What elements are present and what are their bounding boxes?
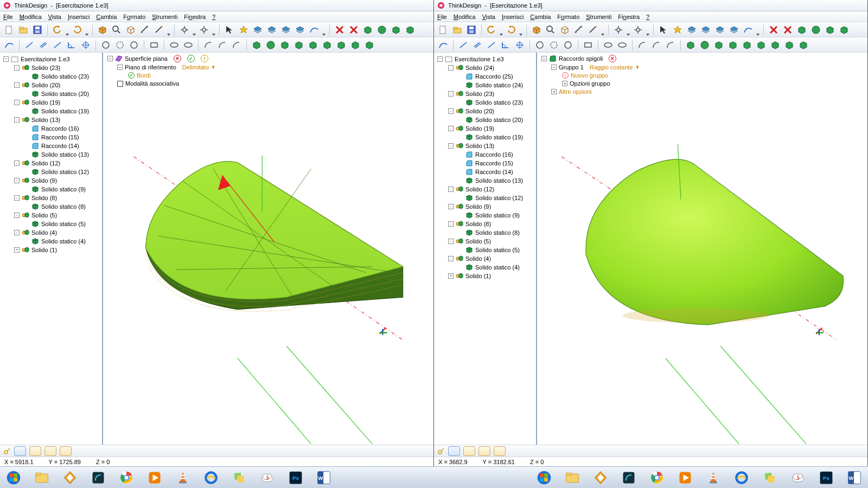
wirebox-button[interactable]	[125, 24, 137, 36]
tree-solid[interactable]: -Solido (24)	[435, 63, 536, 72]
tree-static[interactable]: Solido statico (23)	[435, 98, 536, 107]
menu-strumenti[interactable]: Strumenti	[586, 14, 611, 20]
menu-modifica[interactable]: Modifica	[20, 14, 42, 20]
arc2-button[interactable]	[650, 39, 662, 51]
tree-solid[interactable]: -Solido (8)	[1, 194, 102, 202]
tree-static[interactable]: Solido statico (20)	[435, 115, 536, 124]
curve-btn[interactable]	[308, 24, 320, 36]
bottom-tabs[interactable]	[0, 445, 433, 457]
menu-vista[interactable]: Vista	[48, 14, 61, 20]
view-box-button[interactable]	[97, 24, 108, 36]
tree-solid[interactable]: +Solido (1)	[435, 272, 536, 280]
cross-button[interactable]	[514, 39, 526, 51]
dropdown-icon[interactable]	[601, 34, 604, 36]
tab-1[interactable]	[448, 446, 460, 456]
arc3-button[interactable]	[231, 39, 242, 51]
menu-finestra[interactable]: Finestra	[184, 14, 206, 20]
tree-static[interactable]: Solido statico (19)	[435, 133, 536, 142]
tree-raccordo[interactable]: Raccordo (25)	[435, 72, 536, 81]
rect-button[interactable]	[148, 39, 160, 51]
dropdown-icon[interactable]	[756, 34, 760, 36]
save-button[interactable]	[31, 24, 43, 36]
tree-static[interactable]: Solido statico (20)	[1, 89, 102, 98]
cloud-icon[interactable]: 3	[257, 470, 278, 486]
menu-modifica[interactable]: Modifica	[454, 14, 476, 20]
tree-raccordo[interactable]: Raccordo (14)	[435, 168, 536, 176]
dropdown-icon[interactable]	[627, 34, 630, 36]
gear-button[interactable]	[178, 24, 190, 36]
green2-button[interactable]	[810, 24, 822, 36]
arc-button[interactable]	[636, 39, 648, 51]
model-tree[interactable]: −Esercitazione 1.e3-Solido (23)Solido st…	[0, 53, 103, 445]
tree-raccordo[interactable]: Raccordo (16)	[1, 124, 102, 133]
tab-2[interactable]	[463, 446, 475, 456]
tree-solid[interactable]: -Solido (20)	[1, 81, 102, 89]
view-box-button[interactable]	[531, 24, 542, 36]
gear2-button[interactable]	[632, 24, 644, 36]
rect-button[interactable]	[582, 39, 594, 51]
tree-solid[interactable]: -Solido (23)	[1, 63, 102, 72]
menu-file[interactable]: File	[437, 14, 447, 20]
tree-solid[interactable]: -Solido (23)	[435, 89, 536, 98]
tree-solid[interactable]: -Solido (4)	[435, 254, 536, 263]
circd-button[interactable]	[114, 39, 126, 51]
redo-button[interactable]	[505, 24, 517, 36]
redo-button[interactable]	[71, 24, 83, 36]
tree-static[interactable]: Solido statico (13)	[1, 150, 102, 159]
wirebox-button[interactable]	[559, 24, 571, 36]
curve-btn[interactable]	[742, 24, 754, 36]
tree-solid[interactable]: -Solido (5)	[435, 237, 536, 246]
solid3-button[interactable]	[713, 39, 725, 51]
circd-button[interactable]	[548, 39, 560, 51]
tree-solid[interactable]: -Solido (13)	[435, 142, 536, 150]
menu-inserisci[interactable]: Inserisci	[68, 14, 90, 20]
ang-button[interactable]	[500, 39, 512, 51]
solid-button[interactable]	[685, 39, 697, 51]
assoc-checkbox[interactable]	[117, 81, 123, 87]
arc3-button[interactable]	[665, 39, 676, 51]
dropdown-icon[interactable]	[212, 34, 215, 36]
green3-button[interactable]	[824, 24, 836, 36]
solid2-button[interactable]	[699, 39, 711, 51]
start-button[interactable]	[534, 470, 554, 486]
tree-raccordo[interactable]: Raccordo (15)	[1, 133, 102, 142]
key-icon[interactable]	[3, 447, 11, 455]
zoom-button[interactable]	[545, 24, 557, 36]
menu-formato[interactable]: Formato	[123, 14, 145, 20]
tree-solid[interactable]: -Solido (9)	[1, 176, 102, 185]
tree-solid[interactable]: -Solido (19)	[1, 98, 102, 107]
explorer-icon[interactable]	[562, 470, 583, 486]
viewport-canvas[interactable]	[103, 53, 433, 444]
open-button[interactable]	[451, 24, 463, 36]
tree-static[interactable]: Solido statico (23)	[1, 72, 102, 81]
tree-static[interactable]: Solido statico (12)	[1, 168, 102, 176]
green3-button[interactable]	[390, 24, 402, 36]
viewport[interactable]: − Raccordo spigoli ✕ − Gruppo 1 Raggio c…	[537, 53, 867, 445]
dropdown-icon[interactable]: ▼	[635, 65, 640, 70]
menu-help[interactable]: ?	[212, 14, 215, 20]
expand-icon[interactable]: +	[562, 81, 567, 86]
solid9-button[interactable]	[797, 39, 809, 51]
app-icon[interactable]	[590, 470, 611, 486]
ellipse-button[interactable]	[602, 39, 614, 51]
save-button[interactable]	[465, 24, 477, 36]
tree-solid[interactable]: +Solido (1)	[1, 246, 102, 254]
chrome-icon[interactable]	[647, 470, 667, 486]
collapse-icon[interactable]: −	[107, 56, 113, 61]
tree-solid[interactable]: -Solido (20)	[435, 107, 536, 115]
viewport[interactable]: − Superficie piana ✕ ✓ ! − Piano di rife…	[103, 53, 433, 445]
cursor-button[interactable]	[224, 24, 235, 36]
layer4-button[interactable]	[294, 24, 306, 36]
ie-icon[interactable]	[731, 470, 752, 486]
dropdown-icon[interactable]	[519, 34, 522, 36]
menubar[interactable]: File Modifica Vista Inserisci Cambia For…	[0, 11, 433, 22]
tree-static[interactable]: Solido statico (8)	[435, 228, 536, 237]
cursor-button[interactable]	[658, 24, 669, 36]
tree-raccordo[interactable]: Raccordo (16)	[435, 150, 536, 159]
layer4-button[interactable]	[728, 24, 740, 36]
collapse-icon[interactable]: −	[551, 65, 557, 70]
chrome-icon[interactable]	[116, 470, 137, 486]
tree-solid[interactable]: -Solido (8)	[435, 220, 536, 228]
expand-icon[interactable]: +	[551, 89, 557, 94]
tree-raccordo[interactable]: Raccordo (14)	[1, 142, 102, 150]
